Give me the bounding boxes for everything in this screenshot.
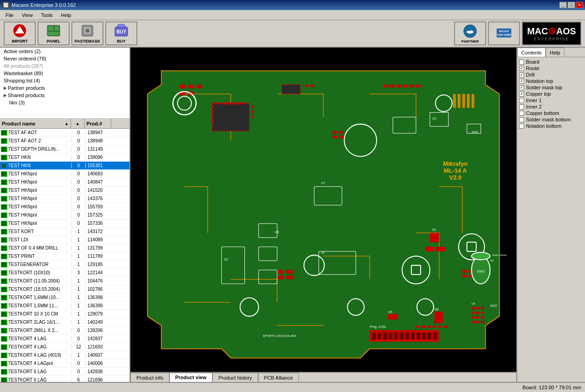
product-row[interactable]: TESTKORT 6 LAG 6 121696 <box>0 376 130 382</box>
panel-button[interactable]: PANEL <box>38 22 70 45</box>
useradmin-button[interactable]: MACAOS USER ADMIN <box>488 22 520 45</box>
menu-help[interactable]: Help <box>57 11 75 19</box>
product-name: TESTKORT 6 LAG <box>8 369 71 374</box>
tree-all-products[interactable]: All products (287) <box>0 62 130 70</box>
product-row[interactable]: TESTKORT 1,6MM (10... 1 136398 <box>0 294 130 302</box>
svg-rect-207 <box>462 94 465 108</box>
product-row[interactable]: TESTKORT 2MILL X 2... 0 139206 <box>0 327 130 335</box>
tab-contents[interactable]: Contents <box>517 48 546 57</box>
product-row[interactable]: TESTKORT 1,6MM 11... 1 136399 <box>0 302 130 310</box>
product-name: TESTGENERATOR <box>8 262 71 267</box>
product-number: 102786 <box>85 287 112 292</box>
product-row[interactable]: TESTKORT 4 LAG 12 121693 <box>0 343 130 351</box>
tree-shopping-list[interactable]: Shopping list (4) <box>0 77 130 84</box>
svg-rect-194 <box>252 115 254 118</box>
tree-area[interactable]: Active orders (2) Never ordered (78) All… <box>0 48 130 119</box>
product-row[interactable]: TESTKORT (11.05.2004) 1 104476 <box>0 277 130 285</box>
tab-product-info[interactable]: Product info <box>130 373 169 382</box>
svg-rect-102 <box>2 271 4 273</box>
product-name: TEST HKN <box>8 155 71 160</box>
layer-label: Drill <box>526 72 535 77</box>
svg-rect-221 <box>394 332 398 339</box>
layer-checkbox[interactable] <box>519 60 524 65</box>
tree-wastebasket[interactable]: Wastebasket (89) <box>0 70 130 77</box>
product-row[interactable]: TESTKORT (10X10) 3 122144 <box>0 269 130 277</box>
product-row[interactable]: TESTKORT 4 LAG 0 142837 <box>0 335 130 343</box>
tree-shared-products[interactable]: ▶ Shared products <box>0 92 130 99</box>
product-row[interactable]: TEST HKNpnl 0 157325 <box>0 211 130 219</box>
product-row[interactable]: TEST LDI 1 114089 <box>0 236 130 244</box>
product-row[interactable]: TESTKORT 2LAG 16/1... 1 140249 <box>0 318 130 327</box>
product-row[interactable]: TEST KORT 1 143172 <box>0 228 130 236</box>
svg-point-8 <box>86 29 89 33</box>
product-row[interactable]: TEST HKNpnl 0 143376 <box>0 195 130 203</box>
tree-active-orders[interactable]: Active orders (2) <box>0 48 130 55</box>
svg-rect-30 <box>4 150 6 151</box>
layer-checkbox[interactable] <box>519 124 524 129</box>
svg-rect-290 <box>471 316 475 319</box>
product-row[interactable]: TEST HKNpnl 0 140847 <box>0 178 130 186</box>
col-product-name[interactable]: Product name ▲ <box>0 119 71 128</box>
product-row[interactable]: TESTKORT 6 LAG 0 142838 <box>0 368 130 376</box>
tab-pcb-alliance[interactable]: PCB Alliance <box>258 373 299 382</box>
product-row[interactable]: TESTKORT 4 LAGpnl 0 140006 <box>0 359 130 368</box>
menu-tools[interactable]: Tools <box>37 11 56 19</box>
product-row[interactable]: TESTKORT (18.03.2004) 1 102786 <box>0 285 130 294</box>
layer-checkbox[interactable] <box>519 111 524 116</box>
layer-checkbox[interactable] <box>519 85 524 90</box>
tab-product-view[interactable]: Product view <box>169 373 212 382</box>
product-row[interactable]: TEST OF 0.4 MM DRILL 1 131799 <box>0 244 130 252</box>
product-row[interactable]: TEST AF AOT 0 138947 <box>0 129 130 137</box>
product-row[interactable]: TESTGENERATOR 1 129185 <box>0 261 130 269</box>
maximize-button[interactable]: □ <box>568 2 575 8</box>
layer-checkbox[interactable] <box>519 79 524 84</box>
product-row[interactable]: TEST AF AOT 2 0 138948 <box>0 137 130 145</box>
minimize-button[interactable]: _ <box>559 2 567 8</box>
product-row[interactable]: TEST HKNpnl 0 157336 <box>0 219 130 228</box>
buy-button[interactable]: BUY BUY <box>105 22 137 45</box>
svg-rect-5 <box>48 32 59 35</box>
pastemask-button[interactable]: PASTEMASK <box>71 22 103 45</box>
svg-text:U6: U6 <box>275 230 279 234</box>
svg-rect-196 <box>219 102 222 104</box>
tree-hkn[interactable]: hkn (3) <box>0 99 130 106</box>
layer-checkbox[interactable] <box>519 117 524 122</box>
product-name: TESTKORT 1,6MM 11... <box>8 303 71 308</box>
layer-checkbox[interactable] <box>519 92 524 97</box>
product-row[interactable]: TEST HKN 0 155301 <box>0 162 130 170</box>
center-view[interactable]: SW2 Mikrafyn ML-14 A V2.0 EP#RTS.XXXXXX-… <box>130 48 516 382</box>
product-list[interactable]: TEST AF AOT 0 138947 TEST AF AOT 2 0 138… <box>0 129 130 382</box>
svg-rect-247 <box>410 85 414 87</box>
titlebar-controls[interactable]: _ □ ✕ <box>559 2 583 8</box>
import-button[interactable]: IMPORT <box>4 22 36 45</box>
product-row[interactable]: TESTKORT 10 X 10 CM 1 129079 <box>0 310 130 318</box>
pcb-canvas[interactable]: SW2 Mikrafyn ML-14 A V2.0 EP#RTS.XXXXXX-… <box>130 48 516 372</box>
svg-text:Q1: Q1 <box>432 117 437 120</box>
tab-product-history[interactable]: Product history <box>212 373 258 382</box>
svg-rect-235 <box>333 136 337 138</box>
product-row[interactable]: TEST DEPTH DRILLIN... 0 131149 <box>0 145 130 153</box>
product-row[interactable]: TEST PRINT 1 111789 <box>0 252 130 261</box>
partner-button[interactable]: PARTNER <box>454 22 486 45</box>
svg-rect-202 <box>282 85 300 94</box>
tab-help[interactable]: Help <box>546 48 564 57</box>
layer-checkbox[interactable] <box>519 72 524 77</box>
menu-file[interactable]: File <box>2 11 17 19</box>
close-button[interactable]: ✕ <box>576 2 583 8</box>
col-num[interactable]: Prod.# <box>85 119 111 128</box>
tree-partner-products[interactable]: ▶ Partner products <box>0 84 130 92</box>
layer-checkbox[interactable] <box>519 104 524 109</box>
layer-checkbox[interactable] <box>519 98 524 103</box>
product-row[interactable]: TEST HKNpnl 0 155769 <box>0 203 130 211</box>
layer-checkbox[interactable] <box>519 66 524 71</box>
product-row[interactable]: TESTKORT 4 LAG (4019) 1 140607 <box>0 351 130 359</box>
product-row[interactable]: TEST HKN 0 139096 <box>0 153 130 162</box>
product-number: 143376 <box>85 196 112 201</box>
menu-view[interactable]: View <box>18 11 37 19</box>
col-prod[interactable]: ▲ <box>71 119 85 128</box>
svg-rect-230 <box>287 270 293 273</box>
tree-never-ordered[interactable]: Never ordered (78) <box>0 55 130 62</box>
product-row[interactable]: TEST HKNpnl 0 141520 <box>0 186 130 195</box>
svg-rect-148 <box>4 345 6 347</box>
product-row[interactable]: TEST HKNpnl 0 140683 <box>0 170 130 178</box>
